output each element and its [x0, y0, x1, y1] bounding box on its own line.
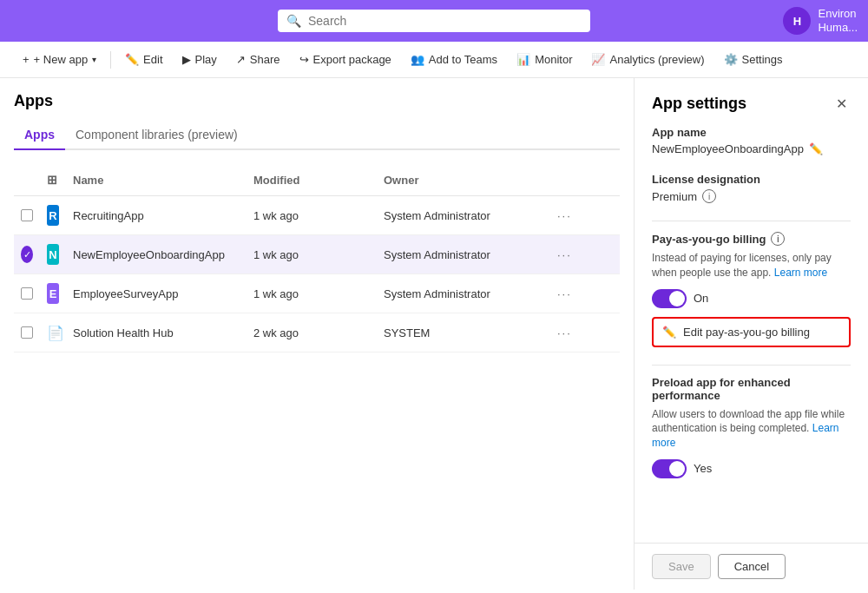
- app-icon: N: [47, 244, 59, 265]
- row-modified: 1 wk ago: [247, 284, 377, 304]
- checkbox-icon[interactable]: [21, 287, 33, 300]
- billing-learn-more-link[interactable]: Learn more: [774, 267, 827, 279]
- settings-body: App name NewEmployeeOnboardingApp ✏️ Lic…: [635, 126, 868, 543]
- table-row[interactable]: 📄 Solution Health Hub 2 wk ago SYSTEM ··…: [14, 313, 620, 353]
- billing-toggle-label: On: [694, 292, 708, 305]
- settings-divider-2: [652, 365, 851, 366]
- analytics-button[interactable]: 📈 Analytics (preview): [582, 49, 713, 70]
- app-icon: R: [47, 205, 59, 226]
- row-dots-menu[interactable]: ···: [550, 284, 620, 304]
- edit-button[interactable]: ✏️ Edit: [116, 49, 171, 70]
- row-owner: System Administrator: [377, 284, 550, 304]
- table-row[interactable]: R RecruitingApp 1 wk ago System Administ…: [14, 196, 620, 235]
- app-icon: E: [47, 283, 59, 304]
- tabs: Apps Component libraries (preview): [14, 121, 620, 150]
- row-modified: 2 wk ago: [247, 323, 377, 343]
- checkbox-icon[interactable]: [21, 209, 33, 221]
- check-circle-icon: ✓: [21, 246, 33, 263]
- row-owner: System Administrator: [377, 206, 550, 226]
- row-modified: 1 wk ago: [247, 206, 377, 226]
- license-info-icon[interactable]: i: [702, 189, 716, 203]
- export-package-button[interactable]: ↪ Export package: [291, 49, 400, 70]
- row-name: Solution Health Hub: [66, 323, 247, 343]
- top-right-area: H Environ Huma...: [783, 7, 858, 35]
- save-button[interactable]: Save: [652, 554, 711, 579]
- row-dots-menu[interactable]: ···: [550, 323, 620, 343]
- apps-table: ⊞ Name Modified Owner R RecruitingApp 1 …: [14, 164, 620, 353]
- preload-description: Allow users to download the app file whi…: [652, 407, 851, 451]
- row-owner: SYSTEM: [377, 323, 550, 343]
- settings-header: App settings ✕: [635, 78, 868, 126]
- new-app-button[interactable]: + + New app ▾: [14, 49, 105, 70]
- add-to-teams-button[interactable]: 👥 Add to Teams: [402, 49, 506, 70]
- row-dots-menu[interactable]: ···: [550, 245, 620, 265]
- license-value: Premium i: [652, 189, 851, 203]
- settings-divider: [652, 221, 851, 221]
- preload-toggle-label: Yes: [694, 462, 712, 475]
- settings-button[interactable]: ⚙️ Settings: [715, 49, 792, 70]
- row-icon-cell: 📄: [40, 319, 66, 346]
- app-name-section: App name NewEmployeeOnboardingApp ✏️: [652, 126, 851, 155]
- plus-icon: +: [23, 53, 30, 66]
- billing-description: Instead of paying for licenses, only pay…: [652, 251, 851, 280]
- row-dots-menu[interactable]: ···: [550, 206, 620, 226]
- settings-panel-title: App settings: [652, 95, 746, 113]
- left-panel: Apps Apps Component libraries (preview) …: [0, 78, 634, 590]
- col-modified: Modified: [247, 170, 377, 190]
- edit-billing-box[interactable]: ✏️ Edit pay-as-you-go billing: [652, 317, 851, 347]
- pencil-icon: ✏️: [662, 326, 676, 339]
- row-modified: 1 wk ago: [247, 245, 377, 265]
- cancel-button[interactable]: Cancel: [718, 554, 786, 579]
- user-avatar[interactable]: H: [783, 7, 811, 35]
- row-name: EmployeeSurveyApp: [66, 284, 247, 304]
- toolbar: + + New app ▾ ✏️ Edit ▶ Play ↗ Share ↪ E…: [0, 42, 868, 78]
- search-input[interactable]: [308, 14, 582, 28]
- edit-icon: ✏️: [125, 53, 139, 66]
- app-name-edit-icon[interactable]: ✏️: [809, 142, 823, 155]
- environment-text: Environ Huma...: [818, 7, 858, 34]
- row-checkbox[interactable]: [14, 206, 40, 225]
- main-content: Apps Apps Component libraries (preview) …: [0, 78, 868, 590]
- page-title: Apps: [14, 92, 620, 110]
- preload-toggle[interactable]: [652, 459, 687, 478]
- row-checkbox[interactable]: [14, 323, 40, 342]
- row-icon-cell: R: [40, 201, 66, 229]
- tab-apps[interactable]: Apps: [14, 121, 65, 150]
- export-icon: ↪: [299, 53, 309, 66]
- share-button[interactable]: ↗ Share: [227, 49, 289, 70]
- search-icon: 🔍: [286, 14, 301, 28]
- checkbox-icon[interactable]: [21, 326, 33, 339]
- row-checkbox[interactable]: ✓: [14, 242, 40, 267]
- col-owner: Owner: [377, 170, 550, 190]
- row-owner: System Administrator: [377, 245, 550, 265]
- share-icon: ↗: [236, 53, 246, 66]
- search-box[interactable]: 🔍: [278, 10, 590, 32]
- close-settings-button[interactable]: ✕: [832, 92, 851, 115]
- billing-header: Pay-as-you-go billing i: [652, 232, 851, 246]
- app-icon: 📄: [47, 322, 64, 343]
- preload-toggle-row: Yes: [652, 459, 851, 478]
- edit-billing-label: Edit pay-as-you-go billing: [683, 326, 810, 339]
- billing-toggle[interactable]: [652, 289, 687, 308]
- teams-icon: 👥: [411, 53, 424, 66]
- caret-icon: ▾: [92, 55, 96, 64]
- toolbar-divider: [110, 51, 111, 69]
- row-icon-cell: N: [40, 240, 66, 268]
- col-actions: [550, 176, 620, 183]
- row-name: RecruitingApp: [66, 206, 247, 226]
- settings-footer: Save Cancel: [635, 543, 868, 590]
- table-row[interactable]: ✓ N NewEmployeeOnboardingApp 1 wk ago Sy…: [14, 235, 620, 274]
- row-icon-cell: E: [40, 280, 66, 307]
- play-button[interactable]: ▶ Play: [174, 49, 226, 70]
- billing-info-icon[interactable]: i: [771, 232, 785, 246]
- play-icon: ▶: [182, 53, 191, 66]
- row-checkbox[interactable]: [14, 284, 40, 303]
- license-label: License designation: [652, 173, 851, 186]
- tab-component-libraries[interactable]: Component libraries (preview): [65, 121, 248, 150]
- col-name: Name: [66, 170, 247, 190]
- col-icon: ⊞: [40, 169, 66, 190]
- table-row[interactable]: E EmployeeSurveyApp 1 wk ago System Admi…: [14, 274, 620, 313]
- monitor-button[interactable]: 📊 Monitor: [508, 49, 581, 70]
- row-name: NewEmployeeOnboardingApp: [66, 245, 247, 265]
- col-check: [14, 176, 40, 183]
